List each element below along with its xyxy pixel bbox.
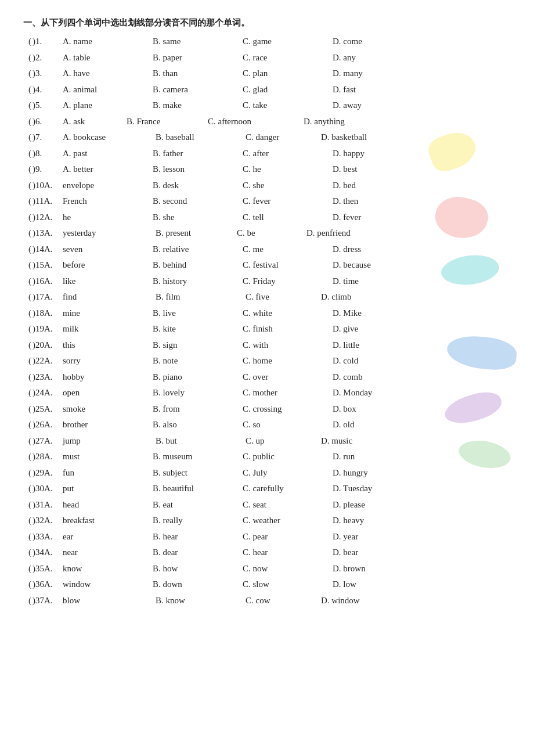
question-number: )19A. [33,322,63,337]
question-options: must B. museum C. public D. run [63,449,511,465]
option-d: D. low [333,577,402,592]
option-a: milk [63,322,153,337]
option-d: D. penfriend [306,226,376,241]
question-row: ( )34A. near B. dear C. hear D. bear [23,545,511,560]
question-row: ( )15A. before B. behind C. festival D. … [23,258,511,273]
question-number: )36A. [33,577,63,592]
question-row: ( )25A. smoke B. from C. crossing D. box [23,402,511,417]
question-row: ( )31A. head B. eat C. seat D. please [23,498,511,513]
option-b: B. camera [153,82,243,98]
open-paren: ( [23,226,33,241]
question-options: A. plane B. make C. take D. away [63,98,511,113]
open-paren: ( [23,98,33,113]
open-paren: ( [23,322,33,337]
question-options: A. animal B. camera C. glad D. fast [63,82,511,98]
question-number: )28A. [33,449,63,465]
question-row: ( )30A. put B. beautiful C. carefully D.… [23,481,511,496]
option-a: must [63,449,153,465]
option-a: mine [63,306,153,321]
question-options: breakfast B. really C. weather D. heavy [63,513,511,528]
question-row: ( )4. A. animal B. camera C. glad D. fas… [23,82,511,98]
question-row: ( )37A. blow B. know C. cow D. window [23,593,511,609]
option-d: D. please [333,498,402,513]
option-d: D. brown [333,561,402,577]
question-row: ( )33A. ear B. hear C. pear D. year [23,530,511,545]
option-a: near [63,545,153,560]
question-options: hobby B. piano C. over D. comb [63,370,511,385]
question-options: A. have B. than C. plan D. many [63,66,511,81]
title: 一、从下列四个单词中选出划线部分读音不同的那个单词。 [23,17,511,28]
option-c: C. hear [243,545,333,560]
option-c: C. now [243,561,333,577]
question-number: )23A. [33,370,63,385]
open-paren: ( [23,545,33,560]
option-d: D. run [333,449,402,465]
open-paren: ( [23,194,33,209]
option-a: fun [63,466,153,481]
option-c: C. white [243,306,333,321]
option-d: D. Monday [333,386,402,401]
option-a: A. better [63,162,153,177]
option-a: brother [63,417,153,433]
question-number: )22A. [33,354,63,369]
question-number: )13A. [33,226,63,241]
option-c: C. seat [243,498,333,513]
question-row: ( )20A. this B. sign C. with D. little [23,338,511,353]
option-a: A. plane [63,98,153,113]
option-a: A. name [63,34,153,49]
open-paren: ( [23,370,33,385]
option-c: C. crossing [243,402,333,417]
open-paren: ( [23,258,33,273]
question-number: )24A. [33,386,63,401]
question-number: )31A. [33,498,63,513]
question-row: ( )2. A. table B. paper C. race D. any [23,51,511,66]
option-a: find [63,290,156,305]
option-a: head [63,498,153,513]
open-paren: ( [23,338,33,353]
option-d: D. cold [333,354,402,369]
open-paren: ( [23,178,33,193]
open-paren: ( [23,561,33,577]
option-b: B. lesson [153,162,243,177]
question-options: ear B. hear C. pear D. year [63,530,511,545]
option-d: D. Mike [333,306,402,321]
question-number: )15A. [33,258,63,273]
option-a: hobby [63,370,153,385]
option-b: B. subject [153,466,243,481]
option-a: French [63,194,153,209]
option-d: D. bear [333,545,402,560]
question-number: )32A. [33,513,63,528]
option-c: C. glad [243,82,333,98]
question-number: )33A. [33,530,63,545]
open-paren: ( [23,386,33,401]
question-number: )17A. [33,290,63,305]
question-options: near B. dear C. hear D. bear [63,545,511,560]
open-paren: ( [23,210,33,225]
open-paren: ( [23,593,33,609]
option-b: B. hear [153,530,243,545]
option-b: B. live [153,306,243,321]
option-c: C. race [243,51,333,66]
question-number: )12A. [33,210,63,225]
question-number: )14A. [33,242,63,257]
question-number: )29A. [33,466,63,481]
option-b: B. father [153,146,243,161]
question-options: blow B. know C. cow D. window [63,593,511,609]
option-b: B. eat [153,498,243,513]
question-row: ( )19A. milk B. kite C. finish D. give [23,322,511,337]
option-d: D. comb [333,370,402,385]
option-a: before [63,258,153,273]
question-row: ( )32A. breakfast B. really C. weather D… [23,513,511,528]
option-a: A. past [63,146,153,161]
question-row: ( )5. A. plane B. make C. take D. away [23,98,511,113]
option-d: D. time [333,274,402,289]
option-a: breakfast [63,513,153,528]
option-c: C. take [243,98,333,113]
question-options: window B. down C. slow D. low [63,577,511,592]
question-number: )6. [33,114,63,129]
open-paren: ( [23,577,33,592]
option-b: B. second [153,194,243,209]
question-options: milk B. kite C. finish D. give [63,322,511,337]
option-c: C. danger [246,130,321,145]
open-paren: ( [23,530,33,545]
